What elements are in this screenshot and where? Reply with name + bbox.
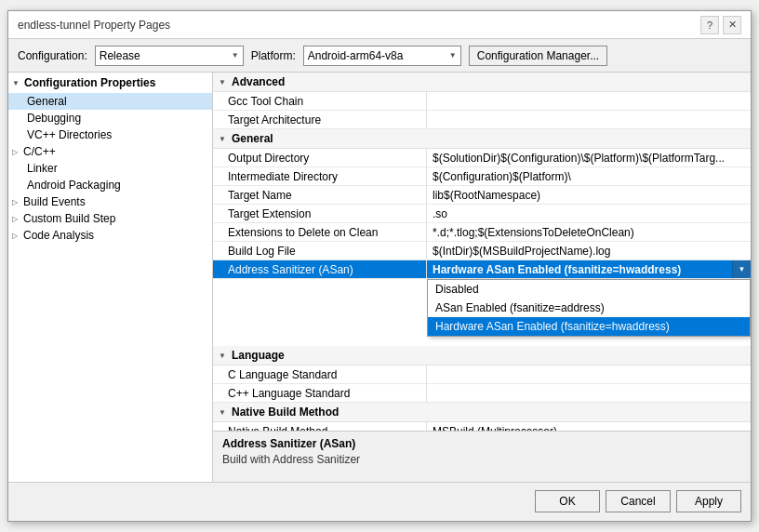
- row-output-dir: Output Directory $(SolutionDir)$(Configu…: [213, 149, 751, 167]
- sidebar-item-android[interactable]: Android Packaging: [8, 177, 212, 193]
- prop-value-asan[interactable]: Hardware ASan Enabled (fsanitize=hwaddre…: [427, 260, 751, 278]
- cpp-label: C/C++: [23, 145, 56, 158]
- android-label: Android Packaging: [27, 179, 121, 192]
- sidebar-item-linker[interactable]: Linker: [8, 160, 212, 177]
- row-extensions-delete: Extensions to Delete on Clean *.d;*.tlog…: [213, 223, 751, 242]
- prop-name-output-dir: Output Directory: [213, 149, 427, 166]
- configuration-dropdown[interactable]: Release ▼: [95, 46, 244, 66]
- section-advanced[interactable]: ▼ Advanced: [213, 73, 751, 92]
- row-target-name: Target Name lib$(RootNamespace): [213, 186, 751, 205]
- vcpp-label: VC++ Directories: [27, 128, 112, 141]
- title-bar: endless-tunnel Property Pages ? ✕: [8, 11, 751, 39]
- sidebar-item-vcpp[interactable]: VC++ Directories: [8, 126, 212, 143]
- help-button[interactable]: ?: [700, 16, 719, 34]
- section-general[interactable]: ▼ General: [213, 129, 751, 149]
- left-panel: ▼ Configuration Properties General Debug…: [8, 73, 213, 482]
- config-value: Release: [100, 49, 140, 62]
- platform-label: Platform:: [251, 49, 296, 62]
- row-asan-container: Address Sanitizer (ASan) Hardware ASan E…: [213, 260, 751, 279]
- sidebar-item-general[interactable]: General: [8, 93, 212, 110]
- desc-title: Address Sanitizer (ASan): [222, 437, 741, 450]
- prop-table-wrapper: ▼ Advanced Gcc Tool Chain Target Archite…: [213, 73, 751, 431]
- row-build-log: Build Log File $(IntDir)$(MSBuildProject…: [213, 242, 751, 260]
- language-expand-icon: ▼: [219, 352, 228, 360]
- root-expand-icon: ▼: [12, 79, 21, 87]
- code-analysis-expand-icon: ▷: [12, 232, 21, 240]
- prop-value-target-arch[interactable]: [427, 111, 751, 128]
- desc-text: Build with Address Sanitizer: [222, 453, 741, 466]
- prop-name-gcc: Gcc Tool Chain: [213, 92, 427, 110]
- row-cpp-standard: C++ Language Standard: [213, 384, 751, 403]
- advanced-label: Advanced: [232, 75, 285, 88]
- code-analysis-label: Code Analysis: [23, 229, 94, 242]
- prop-name-target-arch: Target Architecture: [213, 111, 427, 128]
- tree-root-label: Configuration Properties: [24, 76, 155, 89]
- prop-name-target-name: Target Name: [213, 186, 427, 204]
- asan-dropdown-popup: Disabled ASan Enabled (fsanitize=address…: [427, 279, 751, 337]
- bottom-bar: OK Cancel Apply: [8, 482, 751, 521]
- row-target-arch: Target Architecture: [213, 111, 751, 129]
- build-events-label: Build Events: [23, 195, 86, 208]
- prop-value-target-ext[interactable]: .so: [427, 205, 751, 222]
- asan-option-hwasan[interactable]: Hardware ASan Enabled (fsanitize=hwaddre…: [428, 317, 750, 336]
- row-c-standard: C Language Standard: [213, 366, 751, 384]
- prop-value-c-standard[interactable]: [427, 366, 751, 383]
- prop-name-cpp-standard: C++ Language Standard: [213, 384, 427, 402]
- description-panel: Address Sanitizer (ASan) Build with Addr…: [213, 431, 751, 482]
- section-language[interactable]: ▼ Language: [213, 346, 751, 366]
- property-pages-dialog: endless-tunnel Property Pages ? ✕ Config…: [7, 10, 752, 522]
- native-build-expand-icon: ▼: [219, 408, 228, 417]
- debugging-label: Debugging: [27, 112, 81, 125]
- sidebar-item-debugging[interactable]: Debugging: [8, 110, 212, 126]
- language-label: Language: [232, 349, 285, 362]
- sidebar-item-code-analysis[interactable]: ▷ Code Analysis: [8, 227, 212, 244]
- prop-value-gcc[interactable]: [427, 92, 751, 110]
- prop-table: ▼ Advanced Gcc Tool Chain Target Archite…: [213, 73, 751, 431]
- right-panel: ▼ Advanced Gcc Tool Chain Target Archite…: [213, 73, 751, 482]
- asan-option-asan[interactable]: ASan Enabled (fsanitize=address): [428, 299, 750, 317]
- tree-root[interactable]: ▼ Configuration Properties: [8, 73, 212, 93]
- sidebar-item-custom-build[interactable]: ▷ Custom Build Step: [8, 210, 212, 227]
- general-label: General: [27, 95, 67, 108]
- row-asan: Address Sanitizer (ASan) Hardware ASan E…: [213, 260, 751, 279]
- cpp-expand-icon: ▷: [12, 148, 21, 156]
- general-expand-icon: ▼: [219, 135, 228, 143]
- asan-dropdown-arrow[interactable]: ▼: [732, 260, 751, 278]
- prop-value-build-log[interactable]: $(IntDir)$(MSBuildProjectName).log: [427, 242, 751, 259]
- sidebar-item-build-events[interactable]: ▷ Build Events: [8, 193, 212, 210]
- row-intermediate-dir: Intermediate Directory $(Configuration)$…: [213, 167, 751, 186]
- prop-value-target-name[interactable]: lib$(RootNamespace): [427, 186, 751, 204]
- configuration-manager-button[interactable]: Configuration Manager...: [469, 46, 607, 66]
- row-gcc-tool-chain: Gcc Tool Chain: [213, 92, 751, 111]
- prop-name-target-ext: Target Extension: [213, 205, 427, 222]
- config-label: Configuration:: [18, 49, 87, 62]
- prop-value-output-dir[interactable]: $(SolutionDir)$(Configuration)\$(Platfor…: [427, 149, 751, 166]
- prop-name-native-build-method: Native Build Method: [213, 422, 427, 431]
- prop-value-extensions-delete[interactable]: *.d;*.tlog;$(ExtensionsToDeleteOnClean): [427, 223, 751, 241]
- cancel-button[interactable]: Cancel: [606, 490, 671, 512]
- prop-value-cpp-standard[interactable]: [427, 384, 751, 402]
- close-button[interactable]: ✕: [723, 16, 741, 34]
- build-events-expand-icon: ▷: [12, 198, 21, 206]
- title-bar-controls: ? ✕: [700, 16, 741, 34]
- prop-name-build-log: Build Log File: [213, 242, 427, 259]
- prop-value-native-build-method[interactable]: MSBuild (Multiprocessor): [427, 422, 751, 431]
- advanced-expand-icon: ▼: [219, 78, 228, 86]
- prop-name-extensions-delete: Extensions to Delete on Clean: [213, 223, 427, 241]
- prop-name-intermediate-dir: Intermediate Directory: [213, 167, 427, 185]
- platform-dropdown-arrow: ▼: [449, 51, 457, 60]
- main-content: ▼ Configuration Properties General Debug…: [8, 73, 751, 482]
- platform-dropdown[interactable]: Android-arm64-v8a ▼: [303, 46, 461, 66]
- general-section-label: General: [232, 132, 273, 145]
- prop-value-intermediate-dir[interactable]: $(Configuration)$(Platform)\: [427, 167, 751, 185]
- config-dropdown-arrow: ▼: [232, 51, 239, 60]
- sidebar-item-cpp[interactable]: ▷ C/C++: [8, 143, 212, 160]
- asan-option-disabled[interactable]: Disabled: [428, 280, 750, 299]
- prop-name-asan[interactable]: Address Sanitizer (ASan): [213, 260, 427, 278]
- row-native-build-method: Native Build Method MSBuild (Multiproces…: [213, 422, 751, 431]
- apply-button[interactable]: Apply: [676, 490, 741, 512]
- prop-name-c-standard: C Language Standard: [213, 366, 427, 383]
- section-native-build[interactable]: ▼ Native Build Method: [213, 403, 751, 422]
- platform-value: Android-arm64-v8a: [308, 49, 404, 62]
- ok-button[interactable]: OK: [535, 490, 600, 512]
